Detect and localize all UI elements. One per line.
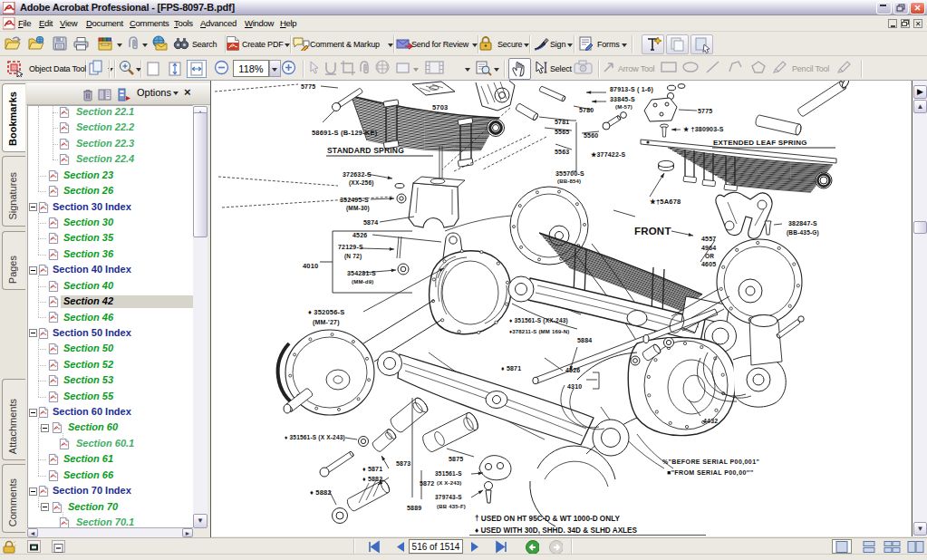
- svg-text:372632-S: 372632-S: [343, 171, 372, 178]
- svg-text:5889: 5889: [407, 505, 421, 511]
- svg-text:4010: 4010: [303, 262, 319, 270]
- svg-text:EXTENDED LEAF SPRING: EXTENDED LEAF SPRING: [713, 139, 807, 147]
- svg-text:FRONT: FRONT: [634, 226, 671, 237]
- svg-text:87913-S ( 1-6): 87913-S ( 1-6): [610, 86, 653, 93]
- svg-text:(M-57): (M-57): [615, 104, 632, 110]
- svg-text:4526: 4526: [352, 232, 367, 238]
- svg-text:♦ 351561-S (X X-243): ♦ 351561-S (X X-243): [285, 434, 345, 441]
- svg-text:5780: 5780: [579, 107, 594, 113]
- svg-text:(BB 435-F): (BB 435-F): [437, 504, 466, 509]
- svg-text:♦ 352056-S: ♦ 352056-S: [308, 308, 344, 316]
- svg-text:♦ 5882: ♦ 5882: [310, 488, 332, 497]
- svg-text:5563: 5563: [555, 149, 569, 155]
- svg-text:352495-S: 352495-S: [340, 197, 369, 203]
- svg-text:(BB-435-G): (BB-435-G): [787, 229, 819, 237]
- svg-text:♦ 5882: ♦ 5882: [362, 476, 382, 482]
- svg-text:(MM-d9): (MM-d9): [352, 279, 373, 285]
- svg-text:4605: 4605: [701, 261, 716, 267]
- svg-text:351561-S: 351561-S: [435, 470, 462, 477]
- svg-text:379743-S: 379743-S: [435, 494, 462, 500]
- svg-text:(XX-256): (XX-256): [349, 179, 374, 187]
- svg-text:5872: 5872: [420, 480, 434, 487]
- svg-text:(BB-854): (BB-854): [557, 179, 581, 184]
- svg-text:(MM-30): (MM-30): [346, 205, 370, 212]
- svg-text:(X X-243): (X X-243): [437, 480, 461, 486]
- svg-text:4526: 4526: [565, 367, 580, 373]
- svg-text:(MM-'27): (MM-'27): [313, 319, 340, 326]
- svg-text:5884: 5884: [577, 337, 592, 343]
- svg-text:382847-S: 382847-S: [788, 220, 817, 227]
- svg-text:5775: 5775: [698, 108, 712, 114]
- svg-text:♦ 5871: ♦ 5871: [501, 365, 521, 372]
- svg-text:5875: 5875: [449, 456, 463, 462]
- svg-text:%"BEFORE SERIAL P00,001": %"BEFORE SERIAL P00,001": [662, 459, 759, 466]
- svg-text:5703: 5703: [432, 103, 449, 111]
- svg-text:5781: 5781: [555, 119, 569, 125]
- svg-text:■"FROM SERIAL P00,00′′": ■"FROM SERIAL P00,00′′": [667, 469, 754, 477]
- svg-text:4432: 4432: [703, 418, 718, 424]
- svg-text:58691-S (B-129-KE): 58691-S (B-129-KE): [312, 129, 378, 137]
- svg-text:(N 72): (N 72): [344, 253, 362, 260]
- svg-text:★377422-S: ★377422-S: [591, 151, 626, 158]
- svg-text:354281-S: 354281-S: [347, 270, 376, 276]
- svg-text:★ †380903-S: ★ †380903-S: [683, 126, 724, 132]
- svg-text:5874: 5874: [363, 219, 378, 226]
- svg-text:4310: 4310: [567, 383, 582, 390]
- svg-text:4964: 4964: [701, 245, 716, 251]
- svg-text:♦ 351561-S (XX-243): ♦ 351561-S (XX-243): [509, 317, 568, 324]
- svg-text:355700-S: 355700-S: [555, 170, 584, 177]
- svg-text:5775: 5775: [301, 83, 315, 90]
- svg-text:5565: 5565: [555, 129, 569, 135]
- svg-text:OR: OR: [705, 253, 714, 259]
- svg-text:STANDARD SPRING: STANDARD SPRING: [327, 146, 404, 155]
- svg-text:† USED ON HT 95C-D & WT 1000-D: † USED ON HT 95C-D & WT 1000-D ONLY: [475, 515, 620, 523]
- svg-text:5873: 5873: [396, 460, 410, 467]
- svg-text:4557: 4557: [701, 236, 716, 242]
- svg-text:♦ USED WITH 30D, SHHD. 34D &: ♦ USED WITH 30D, SHHD. 34D & SLHD AXLES: [475, 526, 638, 535]
- svg-text:♦378211-S (MM 169-N): ♦378211-S (MM 169-N): [509, 329, 569, 334]
- svg-text:72129-S: 72129-S: [338, 244, 363, 250]
- svg-text:♦ 5871: ♦ 5871: [362, 466, 382, 472]
- svg-text:★†5A678: ★†5A678: [650, 198, 681, 206]
- svg-text:33845-S: 33845-S: [610, 96, 635, 102]
- svg-text:5560: 5560: [584, 132, 598, 139]
